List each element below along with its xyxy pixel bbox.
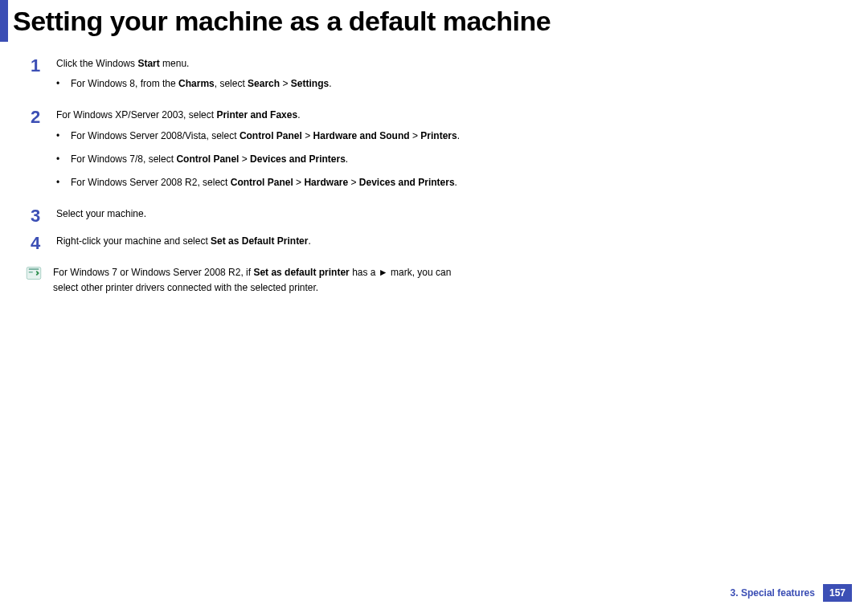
step-4: 4 Right-click your machine and select Se…: [26, 234, 476, 253]
sub-text: For Windows 7/8, select Control Panel > …: [71, 152, 476, 167]
sub-item: • For Windows Server 2008/Vista, select …: [56, 129, 476, 144]
footer-chapter: 3. Special features: [731, 587, 815, 599]
sub-text: For Windows Server 2008 R2, select Contr…: [71, 175, 476, 190]
note-text: For Windows 7 or Windows Server 2008 R2,…: [53, 265, 476, 296]
steps-content: 1 Click the Windows Start menu. • For Wi…: [26, 56, 476, 296]
bullet-icon: •: [56, 129, 68, 144]
step-body: Click the Windows Start menu. • For Wind…: [56, 56, 476, 100]
footer-page-number: 157: [823, 584, 852, 602]
note-icon: [26, 265, 42, 281]
step-body: Right-click your machine and select Set …: [56, 234, 476, 252]
note-block: For Windows 7 or Windows Server 2008 R2,…: [26, 265, 476, 296]
bullet-icon: •: [56, 152, 68, 167]
page-title: Setting your machine as a default machin…: [13, 6, 551, 37]
step-line: For Windows XP/Server 2003, select Print…: [56, 108, 476, 123]
sub-text: For Windows 8, from the Charms, select S…: [71, 76, 476, 92]
sub-text: For Windows Server 2008/Vista, select Co…: [71, 129, 476, 144]
bullet-icon: •: [56, 175, 68, 190]
step-3: 3 Select your machine.: [26, 206, 476, 226]
step-number: 2: [26, 108, 45, 127]
sub-item: • For Windows 7/8, select Control Panel …: [56, 152, 476, 167]
step-1: 1 Click the Windows Start menu. • For Wi…: [26, 56, 476, 100]
page-footer: 3. Special features 157: [731, 584, 852, 602]
sub-item: • For Windows 8, from the Charms, select…: [56, 76, 476, 92]
step-line: Select your machine.: [56, 206, 476, 222]
title-accent-bar: [0, 0, 8, 42]
sub-item: • For Windows Server 2008 R2, select Con…: [56, 175, 476, 190]
step-number: 4: [26, 234, 45, 253]
step-body: For Windows XP/Server 2003, select Print…: [56, 108, 476, 198]
step-body: Select your machine.: [56, 206, 476, 225]
step-number: 3: [26, 206, 45, 226]
step-2: 2 For Windows XP/Server 2003, select Pri…: [26, 108, 476, 198]
bullet-icon: •: [56, 76, 68, 92]
step-number: 1: [26, 56, 45, 76]
step-line: Click the Windows Start menu.: [56, 56, 476, 72]
step-line: Right-click your machine and select Set …: [56, 234, 476, 249]
